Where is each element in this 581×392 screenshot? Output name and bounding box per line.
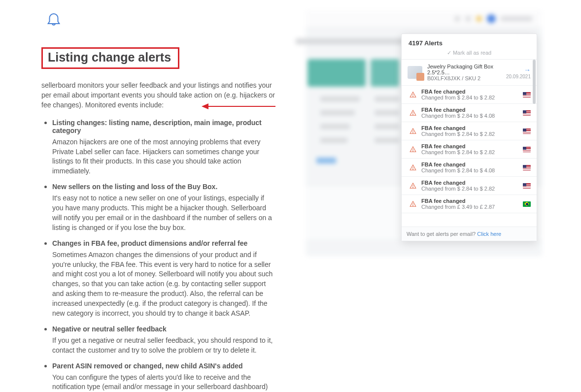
alert-row[interactable]: FBA fee changed Changed from $ 2.84 to $… (402, 159, 537, 177)
screenshot-preview: 4197 Alerts Mark all as read Jewelry Pac… (306, 10, 552, 266)
warning-icon (410, 91, 416, 98)
product-title: Jewelry Packaging Gift Box 2.5*2.5… (427, 64, 501, 75)
footer-text: Want to get alerts per email? (407, 231, 477, 237)
svg-point-9 (413, 151, 413, 151)
alert-row[interactable]: FBA fee changed Changed from $ 2.84 to $… (402, 122, 537, 140)
alert-title: FBA fee changed (421, 198, 518, 204)
warning-icon (410, 200, 416, 207)
alerts-list: Jewelry Packaging Gift Box 2.5*2.5… B0XL… (402, 59, 537, 227)
warning-icon (410, 182, 416, 189)
alert-product-row[interactable]: Jewelry Packaging Gift Box 2.5*2.5… B0XL… (402, 60, 537, 86)
alert-subtitle: Changed from $ 2.84 to $ 2.82 (421, 95, 518, 100)
feature-body: It's easy not to notice a new seller on … (52, 194, 277, 233)
feature-body: If you get a negative or neutral seller … (52, 336, 277, 356)
arrow-annotation (202, 101, 275, 111)
warning-icon (410, 146, 416, 153)
footer-link[interactable]: Click here (477, 231, 501, 237)
alert-subtitle: Changed from $ 2.84 to $ 4.08 (421, 167, 518, 173)
flag-icon (523, 165, 531, 170)
feature-body: Amazon hijackers are one of the most ann… (52, 137, 277, 177)
feature-body: Sometimes Amazon changes the dimensions … (52, 250, 277, 319)
flag-icon (523, 201, 531, 207)
alert-subtitle: Changed from $ 2.84 to $ 4.08 (421, 113, 518, 119)
alert-subtitle: Changed from $ 2.84 to $ 2.82 (421, 186, 518, 192)
alerts-panel: 4197 Alerts Mark all as read Jewelry Pac… (401, 33, 537, 241)
warning-icon (410, 128, 416, 134)
flag-icon (523, 110, 531, 116)
alert-title: FBA fee changed (421, 180, 518, 186)
svg-point-15 (413, 205, 413, 206)
alert-row[interactable]: FBA fee changed Changed from $ 2.84 to $… (402, 86, 537, 104)
alert-title: FBA fee changed (421, 107, 518, 113)
svg-point-13 (413, 187, 413, 188)
open-arrow-icon[interactable]: → (508, 66, 531, 74)
title-highlight-box: Listing change alerts (41, 47, 179, 69)
warning-icon (410, 109, 416, 116)
svg-point-3 (413, 96, 413, 97)
svg-point-5 (413, 114, 413, 115)
svg-point-11 (413, 169, 413, 169)
scrollbar-thumb[interactable] (533, 60, 536, 104)
product-thumbnail (408, 66, 422, 79)
feature-title: Listing changes: listing name, descripti… (52, 119, 277, 134)
alert-row[interactable]: FBA fee changed Changed from $ 2.84 to $… (402, 177, 537, 195)
product-sku: B0XLFX8JXK / SKU 2 (427, 75, 501, 81)
feature-title: New sellers on the listing and loss of t… (52, 183, 277, 191)
alert-title: FBA fee changed (421, 89, 518, 95)
svg-point-7 (413, 132, 413, 133)
feature-title: Changes in FBA fee, product dimensions a… (52, 239, 277, 247)
flag-icon (523, 129, 531, 134)
alert-subtitle: Changed from £ 3.49 to £ 2.87 (421, 204, 518, 210)
alert-row[interactable]: FBA fee changed Changed from $ 2.84 to $… (402, 104, 537, 122)
alerts-count: 4197 Alerts (402, 34, 537, 50)
alert-title: FBA fee changed (421, 162, 518, 167)
feature-list: Listing changes: listing name, descripti… (41, 118, 277, 392)
product-date: 20.09.2021 (506, 74, 531, 79)
alert-subtitle: Changed from $ 2.84 to $ 2.82 (421, 131, 518, 137)
alerts-footer: Want to get alerts per email? Click here (402, 227, 537, 241)
bell-icon (45, 9, 62, 29)
alert-row[interactable]: FBA fee changed Changed from £ 3.49 to £… (402, 195, 537, 213)
flag-icon (523, 147, 531, 152)
page-title: Listing change alerts (48, 50, 171, 65)
flag-icon (523, 183, 531, 189)
alert-title: FBA fee changed (421, 143, 518, 149)
feature-title: Negative or neutral seller feedback (52, 325, 277, 333)
alert-row[interactable]: FBA fee changed Changed from $ 2.84 to $… (402, 140, 537, 159)
flag-icon (523, 92, 531, 98)
alert-title: FBA fee changed (421, 125, 518, 131)
svg-marker-1 (202, 103, 208, 109)
feature-body: You can configure the types of alerts yo… (52, 373, 277, 392)
alert-subtitle: Changed from $ 2.84 to $ 2.82 (421, 149, 518, 155)
feature-title: Parent ASIN removed or changed, new chil… (52, 362, 277, 370)
mark-all-read-link[interactable]: Mark all as read (402, 50, 537, 59)
warning-icon (410, 164, 416, 171)
